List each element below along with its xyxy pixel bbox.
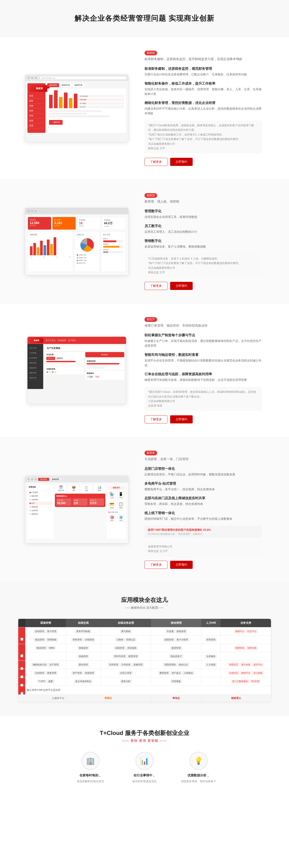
module-subtitle: ——极致性价比 逆天配置——: [18, 606, 271, 610]
lingshou-demo-btn[interactable]: 立即预约: [170, 561, 193, 569]
shangmao-screen: 销售概况 12,580 本月订单 客户数量 3,241 活跃客户 库存预警 18…: [25, 208, 129, 275]
table-row: 数智财税 出销管理财务管理 资产管理资源管理 合同入管理 费用管理资产盘点订阅推…: [18, 669, 271, 677]
col-header-4: 移动管理: [151, 619, 201, 627]
table-row: 采购管理 序列号管理配置管理 商品及客户 仓库服务: [18, 652, 271, 660]
lingshou-screenshot: 我的商务 连锁设置 设置选项 门店管理 商品管理 仓库管理 零售 收银设置 会员…: [18, 476, 135, 544]
caishui-screenshot: www.chanjet.com 畅捷通 首页 财务 采购 销售 库存 报表 设置…: [18, 74, 135, 142]
caishui-testimonial: *通过T+Cloud财务的使用，进税务合规，财务和监管核心，达成更好的客户合同使…: [144, 120, 262, 153]
lingshou-point-1: 总部门店管控一体化 以整理化统管控，平衡门店比达，处理同时对象，整数深度就实数发…: [144, 467, 262, 477]
shengchan-learn-btn[interactable]: 了解更多: [144, 415, 167, 424]
shangmao-buttons: 了解更多 立即预约: [144, 282, 262, 290]
service-icon-1: 🏢: [82, 752, 99, 770]
lingshou-section: 新零售 引流获客，业务一体，门店管控 总部门店管控一体化 以整理化统管控，平衡门…: [0, 437, 289, 583]
shengchan-buttons: 了解更多 立即预约: [144, 415, 262, 424]
hero-section: 解决企业各类经营管理问题 实现商业创新: [0, 0, 289, 37]
tax-sidebar: 畅捷通 首页 财务 采购 销售 库存 报表 设置: [28, 83, 45, 133]
lingshou-badge: 新零售: [144, 451, 157, 455]
service-icon-3: 💡: [190, 752, 207, 770]
screen-content: 畅捷通 首页 财务 采购 销售 库存 报表 设置 财务报表 国税申报 地税申报: [25, 81, 128, 135]
shengchan-point-3: 订单全在线处理与追踪，保障资源高效利用率 物置管理可依状配与发现，掌握实际配数情…: [144, 372, 262, 382]
shangmao-testimonial: *己完成销售业务，实现 5 人的成长 3 人做，大幅降低成本。 *每个下部门下设…: [144, 254, 262, 278]
module-table: 渠道经营 在线交易 在线业务处理 移动管理 人力/HR 业务支持 数智营销 促销…: [18, 619, 271, 702]
shengchan-demo-btn[interactable]: 立即预约: [170, 415, 193, 424]
tax-main-area: 财务报表 国税申报 地税申报: [47, 83, 126, 133]
lingshou-learn-btn[interactable]: 了解更多: [144, 561, 167, 569]
lingshou-testimonial: 南星家普市有限公司 财务总监 王力平: [144, 541, 262, 556]
caishui-badge: 新财税: [144, 51, 157, 55]
shangmao-point-3: 营销数字化 多渠道营销业务、客户上消费地，整精准数据数: [144, 239, 262, 249]
caishui-point-3: 精细化财务管理，管控好营数据，优化企业经营 内建业务控件可可视化核心分析，以将果…: [144, 101, 262, 116]
shangmao-demo-btn[interactable]: 立即预约: [170, 282, 193, 290]
table-row: 数智供应 物流管理WMS 智能发货 采购管理库存核算 配货管理 智慧营销智慧传感: [18, 644, 271, 652]
shengchan-testimonial: *通过完善T+Cloud，在BOM管理，使合和买家核心人员，承诺BOM控BOM完…: [144, 387, 262, 411]
platform-row: 云服务平台 阿里云 华为云 畅捷通云: [18, 694, 271, 702]
service-card-3: 💡 优雅数据分析， 润道更多来体、智好信留客户: [176, 752, 221, 783]
table-row: 京易远合 畅云管理:CMP运营平台及应用: [18, 685, 271, 694]
screen-header: www.chanjet.com: [25, 75, 128, 81]
lingshou-screen: 我的商务 连锁设置 设置选项 门店管理 商品管理 仓库管理 零售 收银设置 会员…: [25, 476, 129, 544]
lingshou-buttons: 了解更多 立即预约: [144, 561, 262, 569]
col-header-2: 在线交易: [66, 619, 101, 627]
shangmao-learn-btn[interactable]: 了解更多: [144, 282, 167, 290]
caishui-content: 新财税 标准财务建制，还原税务监控，提升财税监管力度，实现企业降本增效 标准财务…: [135, 51, 271, 166]
shangmao-point-1: 管理数字化 业理实现全企业管理工具，统筹经营数据: [144, 209, 262, 219]
table-header-row: 渠道经营 在线交易 在线业务处理 移动管理 人力/HR 业务支持: [18, 619, 271, 627]
service-cards: 🏢 在家每时每刻， 按流程解析好每次来完 📊 在行业事情中， 提供有利资源及优化…: [18, 752, 271, 783]
caishui-subtitle: 标准财务建制，还原税务监控，提升财税监管力度，实现企业降本增效: [144, 57, 262, 61]
shengchan-section: 畅捷通 员工工作台 作业处理 生产报工 生产订单 工序管理 BOM管理 质检管理…: [0, 304, 289, 437]
table-row: 商品管理管理智能 零售管理分销管理 订购单B2B云店 智慧管理客户小程序 等营管…: [18, 636, 271, 644]
shangmao-point-2: 员工数字化 运用员工管理入、员工流动过程数统计计: [144, 224, 262, 234]
lingshou-point-4: 线上线下营销一体化 统统经销城市门店，能总中心信息体管，平台数平台的线上体数量体: [144, 511, 262, 521]
shengchan-screen: 畅捷通 员工工作台 作业处理 生产报工 生产订单 工序管理 BOM管理 质检管理…: [27, 337, 126, 404]
service-title: T+Cloud 服务于各类创新创业企业: [18, 729, 271, 737]
caishui-point-2: 智能化财务操作，移低工作成本，提升工作效率 实现录入凭证收做、收条对应一键操作，…: [144, 82, 262, 97]
module-section: 应用模块全在这儿 ——极致性价比 逆天配置—— 渠道经营 在线交易 在线业务处理…: [0, 583, 289, 715]
col-header-1: 渠道经营: [26, 619, 66, 627]
col-header-6: 业务支持: [221, 619, 271, 627]
service-card-2: 📊 在行业事情中， 提供有利资源及优化: [122, 752, 167, 783]
service-subtitle: —— 更快 更强 更智能 ——: [18, 739, 271, 743]
caishui-buttons: 了解更多 立即预约: [144, 158, 262, 166]
shengchan-badge: 新生产: [144, 317, 157, 322]
table-row: 数智营销 促销管理客户管理 零售POS收银 腾飞商城 车流通路线管理 电商平台社…: [18, 627, 271, 636]
shengchan-point-2: 智能车间与物品管控，数据实时查看 实现平台在化车间管理，可视能智能结合计算数数数…: [144, 353, 262, 368]
lingshou-stat-block: 使用T+BRT商业管理分析的客户实现单据增长 25.8% 2019年全行案例数据…: [144, 526, 262, 538]
lingshou-subtitle: 引流获客，业务一体，门店管控: [144, 457, 262, 461]
tax-content: 本月销售额 ¥125,680 本月税额 ¥16,338 一建申报: [47, 89, 126, 133]
col-header-3: 在线业务处理: [101, 619, 151, 627]
caishui-point-1: 标准财务建制，还原税务监控，规范财务管理 完善行业会计科目及业务税费管理，已配企…: [144, 67, 262, 77]
shangmao-content: 新商贸 新管理、强人效、强营销 管理数字化 业理实现全企业管理工具，统筹经营数据…: [135, 193, 271, 290]
shangmao-section: 新商贸 新管理、强人效、强营销 管理数字化 业理实现全企业管理工具，统筹经营数据…: [0, 180, 289, 304]
service-card-1: 🏢 在家每时每刻， 按流程解析好每次来完: [68, 752, 113, 783]
caishui-screen: www.chanjet.com 畅捷通 首页 财务 采购 销售 库存 报表 设置…: [25, 74, 129, 142]
shengchan-point-1: 轻松掌握生产制造每个步骤与节点 快速建立生产订单，实现可视化制造流程，通过智能数…: [144, 333, 262, 348]
shangmao-badge: 新商贸: [144, 193, 157, 198]
table-row: 智能生产 物联耗材计划生产管理 委外管理 车间管理计件薪资质量管理 智慧管理间移…: [18, 660, 271, 669]
caishui-learn-btn[interactable]: 了解更多: [144, 158, 167, 166]
shengchan-screenshot: 畅捷通 员工工作台 作业处理 生产报工 生产订单 工序管理 BOM管理 质检管理…: [18, 337, 135, 404]
shangmao-screenshot: 销售概况 12,580 本月订单 客户数量 3,241 活跃客户 库存预警 18…: [18, 208, 135, 275]
lingshou-content: 新零售 引流获客，业务一体，门店管控 总部门店管控一体化 以整理化统管控，平衡门…: [135, 451, 271, 569]
tax-tabs: 财务报表 国税申报 地税申报: [47, 83, 126, 87]
caishui-section: www.chanjet.com 畅捷通 首页 财务 采购 销售 库存 报表 设置…: [0, 37, 289, 180]
shengchan-content: 新生产 保障订单管理、物品管控、车间转型高效运转 轻松掌握生产制造每个步骤与节点…: [135, 317, 271, 424]
hero-title: 解决企业各类经营管理问题 实现商业创新: [18, 13, 271, 23]
shangmao-subtitle: 新管理、强人效、强营销: [144, 200, 262, 204]
table-row: 数智决策 T-UFO盈数 多公司多机构合 财务分析 经营看板 第三方数据服务IS…: [18, 677, 271, 685]
module-title: 应用模块全在这儿: [18, 596, 271, 604]
service-icon-2: 📊: [135, 752, 154, 770]
caishui-demo-btn[interactable]: 立即预约: [170, 158, 193, 166]
col-header-5: 人力/HR: [201, 619, 221, 627]
lingshou-point-3: 总部与实体门店及线上商城信息实时共享 零散各管，商实际，快达直接，快合发展快体: [144, 496, 262, 506]
lingshou-point-2: 多电商平台-站式管理 整数电商平台，多平台统一，统合电商，快合发展快体: [144, 482, 262, 492]
shengchan-subtitle: 保障订单管理、物品管控、车间转型高效运转: [144, 324, 262, 328]
service-section: T+Cloud 服务于各类创新创业企业 —— 更快 更强 更智能 —— 🏢 在家…: [0, 715, 289, 797]
